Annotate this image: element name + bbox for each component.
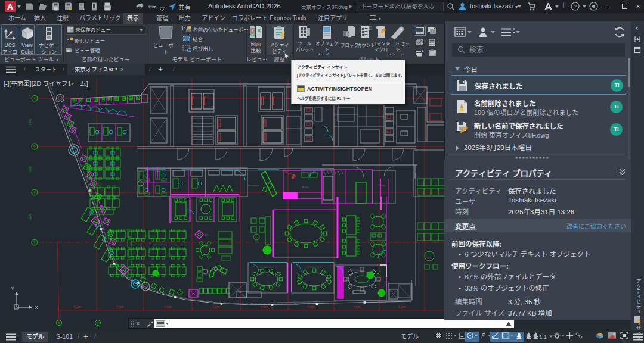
svg-text:Reception: Reception [248,184,259,187]
svg-text:7,200: 7,200 [29,214,32,221]
svg-text:Pantry: Pantry [378,183,385,186]
svg-text:5,400: 5,400 [74,305,82,309]
svg-text:7,100: 7,100 [353,305,361,309]
svg-text:7,200: 7,200 [29,166,32,173]
svg-text:7,100: 7,100 [264,291,271,294]
svg-text:Y: Y [33,97,35,100]
svg-text:7,400: 7,400 [398,305,406,309]
svg-text:Click Mtg Rm 2: Click Mtg Rm 2 [307,266,321,269]
svg-text:ROYAL Mtg: ROYAL Mtg [352,269,363,272]
svg-text:OPEN OFFICE: OPEN OFFICE [166,254,179,257]
svg-text:OPEN OFFICE: OPEN OFFICE [143,235,156,238]
svg-text:Y: Y [33,241,35,244]
svg-text:7,200: 7,200 [164,305,172,309]
svg-text:Y: Y [33,191,35,194]
svg-text:OPEN OFFICE: OPEN OFFICE [89,183,102,185]
svg-text:Y: Y [33,145,35,148]
svg-text:AP-1: AP-1 [101,220,106,223]
svg-text:7,400: 7,400 [212,305,220,309]
svg-text:7,200: 7,200 [29,119,32,126]
svg-text:?: ? [574,4,577,10]
svg-text:1: 1 [97,322,99,325]
svg-text:IP 500: IP 500 [302,186,309,189]
svg-text:8,600: 8,600 [261,305,268,309]
svg-text:Y: Y [11,286,14,291]
svg-text:1: 1 [58,322,60,325]
svg-text:Click Mtg Rm 1: Click Mtg Rm 1 [260,266,274,269]
svg-text:7,200: 7,200 [307,305,315,309]
svg-text:X: X [35,305,38,310]
svg-text:AP-1: AP-1 [205,234,209,236]
svg-text:7,000: 7,000 [116,305,124,309]
svg-text:AP-1: AP-1 [130,269,135,272]
svg-text:OPEN OFFICE: OPEN OFFICE [95,154,108,157]
